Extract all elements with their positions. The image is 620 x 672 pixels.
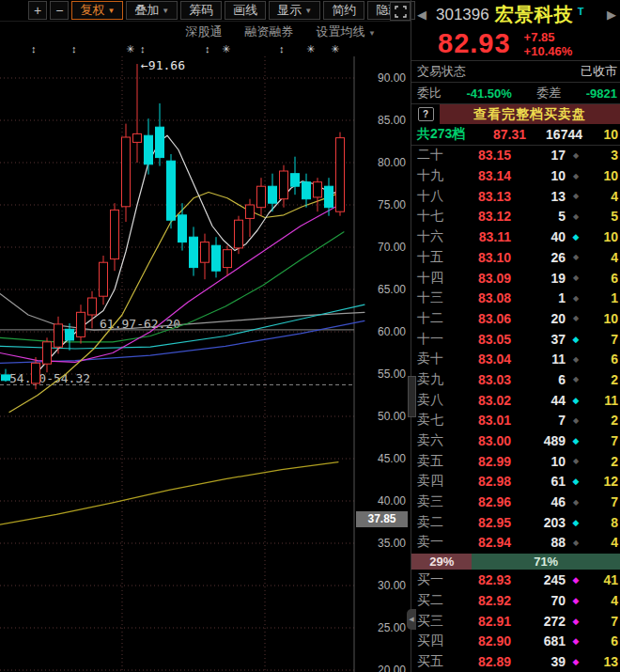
buy-levels-table: 买一82.93245◆41买二82.9270◆4买三82.91272◆7买四82…: [411, 570, 620, 672]
diamond-icon: ◆: [566, 294, 586, 303]
expand-icon[interactable]: [390, 2, 411, 21]
diamond-icon: ◆: [566, 212, 586, 221]
buy-level-row[interactable]: 买五82.8939◆13: [411, 651, 620, 672]
level-price: 82.90: [457, 633, 511, 649]
sell-level-row[interactable]: 卖八83.0244◆11: [411, 390, 620, 411]
sell-level-row[interactable]: 卖三82.9646◆7: [411, 492, 620, 512]
level-order-count: 11: [586, 393, 618, 408]
sell-level-row[interactable]: 十九83.1410◆10: [411, 165, 620, 186]
level-order-count: 41: [586, 572, 618, 587]
sell-level-row[interactable]: 卖四82.9861◆12: [411, 472, 620, 492]
toolbar-button-4[interactable]: 筹码: [180, 1, 222, 20]
stock-name: 宏景科技: [495, 2, 574, 27]
event-arrows-icon[interactable]: ↕: [71, 42, 77, 55]
toolbar-button-2[interactable]: 复权▼: [71, 1, 123, 20]
toolbar-button-7[interactable]: 简约: [323, 1, 364, 20]
help-icon[interactable]: ?: [418, 107, 434, 121]
event-arrows-icon[interactable]: ↕: [31, 42, 37, 55]
level-name: 卖六: [417, 432, 457, 449]
level-volume: 40: [511, 229, 566, 244]
level-order-count: 6: [586, 352, 618, 367]
sell-level-row[interactable]: 十五83.1026◆4: [411, 247, 620, 268]
level-price: 83.08: [457, 290, 511, 305]
prev-stock-arrow-icon[interactable]: ◀: [415, 8, 428, 22]
level-price: 82.95: [457, 515, 511, 530]
level-order-count: 8: [586, 515, 618, 530]
level-price: 82.93: [457, 572, 511, 587]
toolbar-button-1[interactable]: −: [50, 1, 69, 20]
diamond-icon: ◆: [566, 518, 586, 527]
level-volume: 1: [511, 290, 566, 305]
level-volume: 44: [511, 393, 566, 408]
buy-level-row[interactable]: 买四82.90681◆6: [411, 632, 620, 652]
event-star-icon[interactable]: ✳: [306, 42, 315, 55]
sell-level-row[interactable]: 十一83.0537◆7: [411, 329, 620, 350]
diamond-icon: ◆: [566, 273, 586, 282]
level-name: 买五: [417, 653, 457, 670]
link-szse-connect[interactable]: 深股通: [185, 23, 222, 40]
event-arrows-icon[interactable]: ↕: [140, 42, 146, 55]
sell-level-row[interactable]: 十二83.0620◆10: [411, 308, 620, 329]
quote-panel: ◀ 301396 宏景科技 T ▶ 82.93 +7.85 +10.46% 交易…: [411, 0, 620, 672]
level-price: 83.10: [457, 250, 511, 265]
event-marker-row: ↕↕✳↕↕✳↕✳✳: [0, 42, 366, 56]
sell-level-row[interactable]: 卖十83.0411◆6: [411, 349, 620, 369]
event-arrows-icon[interactable]: ↕: [205, 42, 210, 55]
sell-level-row[interactable]: 卖一82.9488◆4: [411, 533, 620, 554]
level-name: 买二: [417, 592, 457, 609]
sell-level-row[interactable]: 十八83.1313◆4: [411, 186, 620, 207]
sell-level-row[interactable]: 卖五82.9910◆2: [411, 451, 620, 472]
level-order-count: 13: [586, 654, 618, 669]
event-star-icon[interactable]: ✳: [222, 42, 230, 55]
buy-level-row[interactable]: 买二82.9270◆4: [411, 590, 620, 611]
toolbar-button-0[interactable]: +: [28, 1, 47, 20]
next-stock-arrow-icon[interactable]: ▶: [605, 8, 618, 22]
view-full-book-link[interactable]: ? 查看完整档买卖盘: [411, 103, 620, 124]
chevron-down-icon: ▼: [162, 7, 169, 15]
sell-level-row[interactable]: 十六83.1140◆10: [411, 227, 620, 247]
total-levels: 共273档: [417, 126, 477, 143]
link-margin-trading[interactable]: 融资融券: [244, 23, 293, 40]
level-name: 十三: [417, 289, 457, 306]
level-price: 83.14: [457, 168, 511, 183]
level-price: 83.02: [457, 393, 511, 408]
axis-tick-label: 30.00: [378, 579, 406, 592]
level-price: 82.89: [457, 654, 511, 669]
axis-tick-label: 90.00: [378, 71, 406, 85]
axis-tick-label: 45.00: [378, 452, 406, 465]
level-name: 二十: [417, 147, 457, 164]
change-value: +7.85: [524, 30, 573, 44]
sell-level-row[interactable]: 卖七83.017◆2: [411, 410, 620, 430]
level-name: 卖九: [417, 371, 457, 388]
buy-level-row[interactable]: 买一82.93245◆41: [411, 570, 620, 591]
level-name: 十一: [417, 331, 457, 348]
chart-toolbar: +−复权▼叠加▼筹码画线显示▼简约隐藏»: [0, 0, 411, 22]
level-price: 82.98: [457, 474, 511, 489]
level-name: 买一: [417, 571, 457, 588]
toolbar-button-5[interactable]: 画线: [225, 1, 266, 20]
sell-level-row[interactable]: 卖六83.00489◆7: [411, 430, 620, 451]
axis-tick-label: 65.00: [378, 283, 406, 296]
axis-tick-label: 40.00: [378, 494, 406, 508]
link-ma-settings[interactable]: 设置均线 ▼: [316, 23, 376, 40]
event-star-icon[interactable]: ✳: [331, 42, 339, 55]
sell-level-row[interactable]: 二十83.1517◆3: [411, 146, 620, 166]
sell-level-row[interactable]: 十三83.081◆1: [411, 288, 620, 308]
summary-count: 10: [582, 127, 618, 142]
level-name: 十五: [417, 249, 457, 266]
weibi-value: -41.50%: [466, 86, 511, 101]
sell-level-row[interactable]: 卖九83.036◆2: [411, 369, 620, 390]
buy-level-row[interactable]: 买三82.91272◆7: [411, 611, 620, 632]
event-arrows-icon[interactable]: ↕: [279, 42, 285, 55]
event-star-icon[interactable]: ✳: [126, 42, 134, 55]
level-price: 83.03: [457, 372, 511, 387]
svg-text:54.20-54.32: 54.20-54.32: [9, 371, 90, 385]
sell-level-row[interactable]: 十七83.125◆5: [411, 207, 620, 227]
toolbar-button-3[interactable]: 叠加▼: [126, 1, 178, 20]
toolbar-button-6[interactable]: 显示▼: [269, 1, 320, 20]
level-volume: 39: [511, 654, 566, 669]
sell-level-row[interactable]: 卖二82.95203◆8: [411, 512, 620, 533]
sell-level-row[interactable]: 十四83.0919◆6: [411, 268, 620, 289]
buy-sell-ratio-bar: 29% 71%: [411, 554, 620, 569]
trade-status-label: 交易状态: [417, 63, 466, 80]
